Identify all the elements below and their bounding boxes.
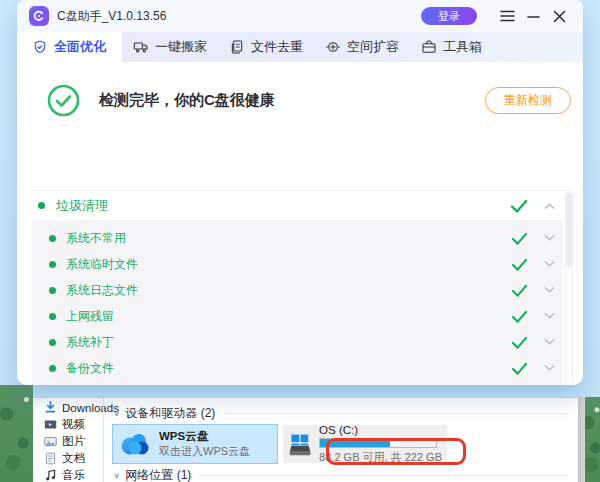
tab-space-expansion[interactable]: 空间扩容: [314, 32, 410, 62]
scan-item-label: 系统临时文件: [66, 256, 138, 273]
scrollbar-thumb[interactable]: [566, 193, 572, 267]
os-drive-icon: [288, 429, 312, 459]
videos-icon: [44, 418, 57, 431]
tab-bar: 全面优化 一键搬家 文件去重 空间扩容 工具箱: [17, 32, 583, 62]
scan-item-label: 系统不常用: [66, 230, 126, 247]
chevron-down-icon[interactable]: [544, 286, 555, 294]
scan-group-label: 垃圾清理: [56, 197, 108, 215]
devices-section-label: 设备和驱动器 (2): [125, 405, 215, 422]
desktop-wallpaper-grass: [0, 385, 33, 482]
tab-file-dedupe[interactable]: 文件去重: [218, 32, 314, 62]
scan-result-panel: 检测完毕，你的C盘很健康 重新检测 垃圾清理 系统不常用 系统临时文件: [17, 62, 583, 385]
explorer-sidebar: Downloads 视频 图片 文档 音乐: [33, 398, 103, 482]
tab-toolbox[interactable]: 工具箱: [410, 32, 493, 62]
green-dot: [49, 235, 56, 242]
scan-item-row[interactable]: 系统不常用: [32, 225, 563, 251]
chevron-down-icon: ∨: [113, 409, 120, 418]
menu-button[interactable]: [495, 4, 519, 28]
scan-item-label: 系统日志文件: [66, 282, 138, 299]
hamburger-icon: [500, 10, 515, 22]
check-icon: [511, 336, 528, 349]
expand-icon: [325, 39, 341, 55]
explorer-window: Downloads 视频 图片 文档 音乐 ∨ 设备和驱动器 (2): [33, 397, 578, 482]
network-section-header[interactable]: ∨ 网络位置 (1): [113, 467, 578, 482]
green-dot: [49, 313, 56, 320]
chevron-down-icon[interactable]: [544, 338, 555, 346]
truck-icon: [133, 39, 149, 55]
scan-group-row[interactable]: 垃圾清理: [32, 191, 563, 220]
os-usage-fill: [320, 439, 390, 447]
scan-item-row[interactable]: 系统补丁: [32, 329, 563, 355]
tab-one-click-move[interactable]: 一键搬家: [122, 32, 218, 62]
scan-sub-list: 系统不常用 系统临时文件 系统日志文件 上网残留: [32, 220, 563, 385]
scan-item-label: 上网残留: [66, 308, 114, 325]
explorer-content: ∨ 设备和驱动器 (2) WPS云盘 双击进入WPS云盘: [104, 398, 578, 482]
scan-item-label: 备份文件: [66, 360, 114, 377]
wps-drive-tile[interactable]: WPS云盘 双击进入WPS云盘: [113, 425, 277, 463]
check-icon: [511, 258, 528, 271]
os-drive-tile[interactable]: OS (C:) 88.2 GB 可用, 共 222 GB: [283, 425, 447, 463]
tab-label: 一键搬家: [155, 38, 207, 56]
sidebar-item-label: 图片: [62, 434, 85, 449]
app-logo-icon: [29, 6, 49, 26]
documents-icon: [44, 452, 57, 465]
tab-label: 文件去重: [251, 38, 303, 56]
tab-label: 空间扩容: [347, 38, 399, 56]
music-icon: [44, 469, 57, 482]
pictures-icon: [44, 435, 57, 448]
check-icon: [510, 199, 528, 213]
sidebar-item-pictures[interactable]: 图片: [33, 433, 103, 450]
section-divider: [223, 413, 568, 414]
scan-item-row[interactable]: 系统临时文件: [32, 251, 563, 277]
check-icon: [511, 284, 528, 297]
chevron-down-icon[interactable]: [544, 312, 555, 320]
close-button[interactable]: [547, 4, 571, 28]
explorer-scrollbar[interactable]: [578, 397, 585, 482]
scan-item-row[interactable]: 系统日志文件: [32, 277, 563, 303]
login-button[interactable]: 登录: [421, 7, 477, 25]
green-dot: [49, 339, 56, 346]
wps-drive-subtitle: 双击进入WPS云盘: [159, 444, 250, 459]
sidebar-item-label: 视频: [62, 417, 85, 432]
green-dot: [49, 261, 56, 268]
chevron-down-icon[interactable]: [544, 234, 555, 242]
scan-item-label: 系统补丁: [66, 334, 114, 351]
wps-drive-title: WPS云盘: [159, 429, 250, 444]
check-icon: [511, 232, 528, 245]
chevron-down-icon: ∨: [113, 471, 120, 480]
desktop-wallpaper-grass: [585, 397, 600, 482]
sidebar-item-music[interactable]: 音乐: [33, 467, 103, 482]
minimize-button[interactable]: [521, 4, 545, 28]
scan-item-row[interactable]: 系统功能文件: [32, 381, 563, 385]
toolbox-icon: [421, 39, 437, 55]
green-dot: [49, 287, 56, 294]
devices-section-header[interactable]: ∨ 设备和驱动器 (2): [113, 405, 578, 421]
close-icon: [553, 10, 566, 23]
os-drive-title: OS (C:): [319, 424, 442, 436]
tab-full-optimization[interactable]: 全面优化: [17, 32, 122, 62]
scan-item-row[interactable]: 上网残留: [32, 303, 563, 329]
section-divider: [199, 475, 568, 476]
network-section-label: 网络位置 (1): [125, 467, 191, 482]
rescan-button[interactable]: 重新检测: [485, 87, 571, 114]
success-check-icon: [47, 84, 80, 117]
download-icon: [44, 401, 57, 414]
sidebar-item-documents[interactable]: 文档: [33, 450, 103, 467]
chevron-up-icon[interactable]: [544, 202, 555, 210]
scan-item-row[interactable]: 备份文件: [32, 355, 563, 381]
sidebar-item-videos[interactable]: 视频: [33, 416, 103, 433]
os-usage-text: 88.2 GB 可用, 共 222 GB: [319, 450, 442, 465]
wps-cloud-icon: [118, 429, 152, 459]
titlebar: C盘助手_V1.0.13.56 登录: [17, 0, 583, 32]
sidebar-item-label: 文档: [62, 451, 85, 466]
list-scrollbar[interactable]: [565, 191, 573, 385]
window-title: C盘助手_V1.0.13.56: [57, 8, 166, 25]
check-icon: [511, 310, 528, 323]
green-dot: [49, 365, 56, 372]
chevron-down-icon[interactable]: [544, 364, 555, 372]
chevron-down-icon[interactable]: [544, 260, 555, 268]
duplicate-files-icon: [229, 39, 245, 55]
sidebar-item-label: 音乐: [62, 468, 85, 482]
minimize-icon: [527, 10, 540, 23]
sidebar-item-downloads[interactable]: Downloads: [33, 399, 103, 416]
